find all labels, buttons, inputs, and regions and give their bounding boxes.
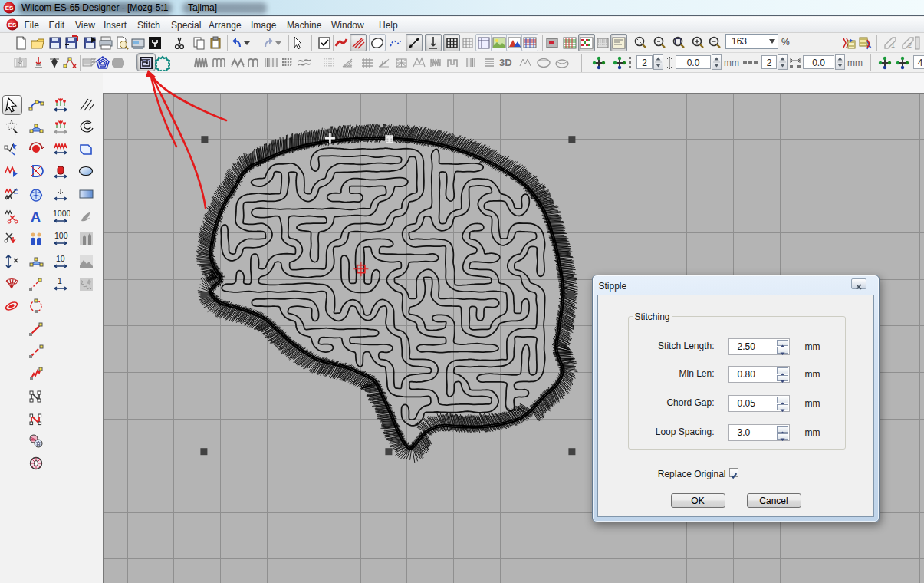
svg-text:A: A	[31, 209, 41, 225]
svg-text:2: 2	[908, 41, 912, 49]
svg-text:1000: 1000	[53, 209, 70, 218]
svg-text:1: 1	[58, 276, 62, 285]
svg-text:10: 10	[56, 254, 65, 263]
svg-text:1: 1	[891, 41, 895, 49]
svg-text:100: 100	[54, 231, 68, 240]
